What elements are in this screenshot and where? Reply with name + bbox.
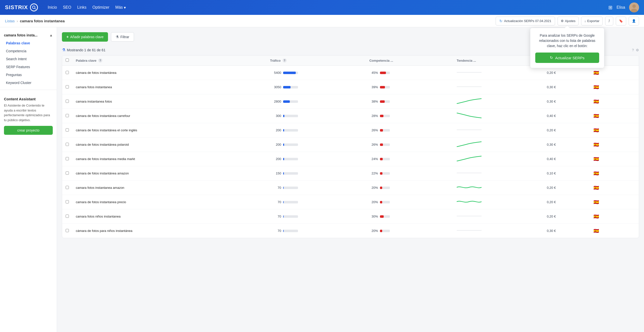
settings-icon[interactable]: ⚙ xyxy=(636,48,639,52)
nav-mas[interactable]: Más ▾ xyxy=(116,5,126,10)
country-cell: 🇪🇸 xyxy=(590,138,639,152)
sidebar-item-competencia[interactable]: Competencia xyxy=(0,47,57,55)
traffic-bar xyxy=(283,158,298,160)
active-filter-icon: ⚗ xyxy=(62,48,66,52)
row-checkbox[interactable] xyxy=(66,143,69,146)
chevron-down-icon: ▾ xyxy=(124,5,126,10)
row-checkbox[interactable] xyxy=(66,229,69,232)
competencia-number: 22% xyxy=(369,172,378,175)
row-checkbox[interactable] xyxy=(66,172,69,175)
nav-links[interactable]: Links xyxy=(77,5,86,10)
sidebar-item-palabras-clave[interactable]: Palabras clave xyxy=(0,39,57,47)
keyword-help-icon[interactable]: ? xyxy=(98,58,102,62)
chevron-up-icon[interactable]: ▲ xyxy=(49,33,53,37)
keyword-cell: cámara de fotos instantánea xyxy=(72,66,266,80)
traffic-number: 200 xyxy=(270,157,281,161)
row-checkbox[interactable] xyxy=(66,214,69,218)
cpc-cell: 0,30 € xyxy=(544,94,590,109)
keyword-cell: cámara de fotos instantánea el corte ing… xyxy=(72,123,266,138)
cpc-cell: 0,10 € xyxy=(544,166,590,180)
row-checkbox[interactable] xyxy=(66,157,69,160)
traffic-bar xyxy=(283,215,298,218)
help-icon[interactable]: ? xyxy=(632,48,634,52)
keyword-cell: cámara de fotos instantánea amazon xyxy=(72,166,266,180)
update-serps-button[interactable]: ↻ Actualizar SERPs xyxy=(535,52,599,63)
row-checkbox-cell xyxy=(62,94,72,109)
sidebar: camara fotos insta... ▲ Palabras clave C… xyxy=(0,27,57,332)
competencia-cell: 22% xyxy=(366,166,453,180)
trend-sparkline xyxy=(457,69,482,76)
sidebar-item-keyword-cluster[interactable]: Keyword Cluster xyxy=(0,79,57,87)
bookmark-button[interactable]: 🔖 xyxy=(616,16,626,26)
filter-button[interactable]: ⚗ Filtrar xyxy=(111,32,134,42)
traffic-cell: 2800 xyxy=(266,94,366,109)
keyword-cell: camara instantanea fotos xyxy=(72,94,266,109)
traffic-bar xyxy=(283,230,298,232)
trend-cell xyxy=(453,66,544,80)
content-area: + Añadir palabras clave ⚗ Filtrar ⚗ Most… xyxy=(57,27,644,332)
nav-seo[interactable]: SEO xyxy=(63,5,71,10)
sidebar-item-serp-features[interactable]: SERP Features xyxy=(0,63,57,71)
serp-update-button[interactable]: ↻ Actualización SERPs 07.04.2021 xyxy=(496,16,555,26)
row-checkbox[interactable] xyxy=(66,186,69,189)
add-keyword-button[interactable]: + Añadir palabras clave xyxy=(62,32,108,42)
share-button[interactable]: ⤴ xyxy=(605,16,613,26)
row-checkbox-cell xyxy=(62,109,72,123)
table-row: camara de fotos instantanea precio 70 20… xyxy=(62,195,639,209)
competencia-cell: 24% xyxy=(366,152,453,166)
competencia-number: 28% xyxy=(369,114,378,118)
row-checkbox-cell xyxy=(62,138,72,152)
sidebar-item-search-intent[interactable]: Search Intent xyxy=(0,55,57,63)
logo-icon xyxy=(30,4,38,12)
traffic-number: 70 xyxy=(270,214,281,218)
table-row: camara fotos instantanea amazon 70 20% 0… xyxy=(62,180,639,195)
traffic-bar xyxy=(283,201,298,204)
traffic-help-icon[interactable]: ? xyxy=(282,58,286,62)
trend-sparkline xyxy=(457,112,482,119)
crear-proyecto-button[interactable]: crear proyecto xyxy=(4,126,53,135)
traffic-cell: 70 xyxy=(266,224,366,238)
svg-point-3 xyxy=(632,4,636,8)
competencia-cell: 20% xyxy=(366,195,453,209)
trend-sparkline xyxy=(457,198,482,206)
nav-inicio[interactable]: Inicio xyxy=(48,5,57,10)
traffic-bar xyxy=(283,129,298,132)
user-add-button[interactable]: 👤 xyxy=(629,16,639,26)
breadcrumb-parent[interactable]: Listas xyxy=(5,19,14,23)
country-cell: 🇪🇸 xyxy=(590,94,639,109)
trend-cell xyxy=(453,138,544,152)
select-all-checkbox[interactable] xyxy=(66,58,69,62)
keywords-table: Palabra clave ? Tráfico ? Competencia ..… xyxy=(62,55,639,238)
traffic-number: 70 xyxy=(270,229,281,233)
exportar-button[interactable]: ↓ Exportar xyxy=(581,16,603,26)
row-checkbox-cell xyxy=(62,66,72,80)
traffic-cell: 70 xyxy=(266,195,366,209)
table-row: cámara de fotos instantánea amazon 150 2… xyxy=(62,166,639,180)
row-checkbox[interactable] xyxy=(66,200,69,204)
competencia-number: 20% xyxy=(369,200,378,204)
cpc-cell: 0,30 € xyxy=(544,80,590,94)
traffic-cell: 200 xyxy=(266,152,366,166)
cpc-cell: 0,20 € xyxy=(544,209,590,224)
keyword-cell: cámara de fotos instantánea carrefour xyxy=(72,109,266,123)
ajustes-button[interactable]: ⚙ Ajustes xyxy=(558,16,579,26)
trend-cell xyxy=(453,195,544,209)
sidebar-item-preguntas[interactable]: Preguntas xyxy=(0,71,57,79)
competencia-number: 26% xyxy=(369,128,378,132)
country-cell: 🇪🇸 xyxy=(590,166,639,180)
traffic-cell: 300 xyxy=(266,109,366,123)
traffic-bar xyxy=(283,72,298,74)
row-checkbox[interactable] xyxy=(66,71,69,74)
row-checkbox[interactable] xyxy=(66,100,69,103)
country-flag: 🇪🇸 xyxy=(594,156,599,162)
grid-icon[interactable]: ⊞ xyxy=(608,4,612,10)
nav-optimizer[interactable]: Optimizer xyxy=(92,5,109,10)
competencia-bar xyxy=(380,129,390,132)
row-checkbox[interactable] xyxy=(66,128,69,132)
row-checkbox[interactable] xyxy=(66,85,69,88)
user-avatar[interactable] xyxy=(629,2,639,12)
table-row: camara instantanea fotos 2800 38% 0,30 €… xyxy=(62,94,639,109)
row-checkbox[interactable] xyxy=(66,114,69,117)
filter-icon: ⚗ xyxy=(116,35,119,39)
sidebar-divider xyxy=(0,90,57,90)
